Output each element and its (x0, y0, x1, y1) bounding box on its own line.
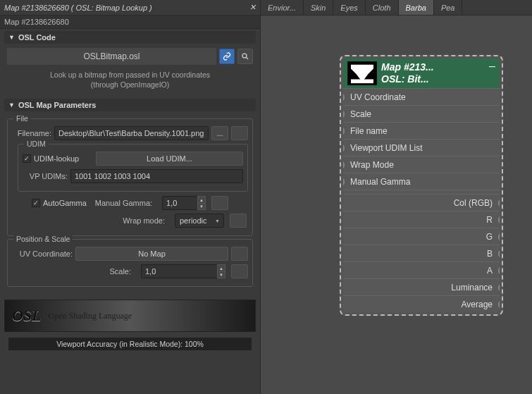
port-label: A (343, 266, 500, 276)
browse-button[interactable]: ... (211, 126, 228, 140)
rollout-title: OSL Map Parameters (18, 101, 96, 109)
viewport-accuracy: Viewport Accuracy (in Realistic Mode): 1… (8, 338, 252, 350)
node-output-port[interactable]: Col (RGB) (343, 194, 500, 211)
autogamma-checkbox[interactable]: ✓ AutoGamma (32, 199, 87, 207)
spin-down-icon[interactable]: ▼ (217, 271, 225, 279)
scale-aux-button[interactable] (231, 264, 248, 278)
manual-gamma-aux-button[interactable] (211, 196, 228, 210)
udim-group: UDIM ✓ UDIM-lookup Load UDIM... VP UDIMs… (18, 144, 248, 192)
search-icon[interactable] (237, 49, 253, 64)
material-editor-canvas[interactable]: Envior...SkinEyesClothBarbaPea Map #213.… (261, 0, 532, 394)
group-title: UDIM (24, 140, 49, 148)
node-output-port[interactable]: B (343, 245, 500, 261)
node-input-port[interactable]: Viewport UDIM List (343, 139, 500, 156)
filename-aux-button[interactable] (231, 126, 248, 140)
spin-up-icon[interactable]: ▲ (197, 196, 206, 203)
material-node[interactable]: Map #213... OSL: Bit... – UV CoordinateS… (340, 55, 503, 316)
node-outputs: Col (RGB)RGBALuminanceAverage (343, 194, 500, 312)
uv-coord-aux-button[interactable] (231, 247, 248, 261)
node-header[interactable]: Map #213... OSL: Bit... – (343, 59, 500, 88)
manual-gamma-spinner[interactable]: ▲▼ (162, 196, 206, 210)
filename-label: Filename: (12, 129, 51, 137)
node-input-port[interactable]: File name (343, 122, 500, 139)
osl-logo: OSL Open Shading Language (4, 300, 256, 332)
link-icon[interactable] (219, 49, 235, 64)
osl-code-rollout: ▼ OSL Code OSLBitmap.osl Look up a bitma… (4, 31, 256, 97)
node-output-port[interactable]: Average (343, 295, 500, 312)
node-output-port[interactable]: R (343, 211, 500, 228)
tab-pea[interactable]: Pea (434, 0, 463, 15)
properties-panel: Map #2138626680 ( OSL: Bitmap Lookup ) ✕… (0, 0, 261, 394)
vp-udims-input[interactable] (70, 169, 243, 183)
node-inputs: UV CoordinateScaleFile nameViewport UDIM… (343, 88, 500, 190)
load-udim-button[interactable]: Load UDIM... (96, 152, 243, 166)
node-input-port[interactable]: Scale (343, 105, 500, 122)
map-name-field[interactable]: Map #2138626680 (0, 16, 260, 29)
osl-params-rollout: ▼ OSL Map Parameters File Filename: ... … (4, 99, 256, 294)
port-label: UV Coordinate (343, 92, 500, 102)
port-label: Manual Gamma (343, 177, 500, 187)
chevron-down-icon: ▼ (8, 101, 15, 109)
wrap-mode-aux-button[interactable] (230, 214, 247, 228)
check-icon: ✓ (23, 154, 31, 163)
tab-envior[interactable]: Envior... (261, 0, 304, 15)
filename-input[interactable] (54, 126, 209, 140)
port-label: R (343, 215, 500, 225)
vp-udims-label: VP UDIMs: (23, 172, 68, 180)
svg-point-0 (242, 54, 247, 58)
port-label: Wrap Mode (343, 160, 500, 170)
tab-eyes[interactable]: Eyes (333, 0, 365, 15)
spin-up-icon[interactable]: ▲ (217, 264, 225, 271)
scale-label: Scale: (109, 267, 131, 276)
udim-lookup-checkbox[interactable]: ✓ UDIM-lookup (23, 154, 93, 163)
uv-coord-label: UV Coordinate: (12, 250, 73, 258)
port-label: File name (343, 126, 500, 136)
wrap-mode-select[interactable]: periodic (175, 214, 224, 228)
file-group: File Filename: ... UDIM ✓ UDIM-lookup Lo… (7, 118, 253, 236)
spin-down-icon[interactable]: ▼ (197, 203, 206, 211)
panel-header: Map #2138626680 ( OSL: Bitmap Lookup ) ✕ (0, 0, 260, 16)
uv-coord-map-button[interactable]: No Map (75, 247, 228, 261)
node-output-port[interactable]: G (343, 228, 500, 245)
tab-skin[interactable]: Skin (304, 0, 333, 15)
port-label: B (343, 249, 500, 259)
port-label: Viewport UDIM List (343, 143, 500, 153)
manual-gamma-label: Manual Gamma: (95, 199, 152, 207)
node-input-port[interactable]: UV Coordinate (343, 88, 500, 105)
tab-barba[interactable]: Barba (399, 0, 434, 15)
tab-cloth[interactable]: Cloth (366, 0, 399, 15)
port-label: Scale (343, 109, 500, 119)
osl-logo-text: OSL (12, 307, 42, 325)
osl-file-button[interactable]: OSLBitmap.osl (7, 48, 216, 65)
node-output-port[interactable]: A (343, 261, 500, 278)
osl-logo-subtext: Open Shading Language (49, 311, 132, 321)
wrap-mode-label: Wrap mode: (123, 216, 165, 225)
port-label: Luminance (343, 283, 500, 293)
node-thumbnail (347, 61, 377, 85)
close-icon[interactable]: ✕ (249, 3, 256, 12)
scale-spinner[interactable]: ▲▼ (141, 264, 225, 278)
tab-bar: Envior...SkinEyesClothBarbaPea (261, 0, 532, 16)
osl-params-rollout-header[interactable]: ▼ OSL Map Parameters (4, 99, 256, 111)
check-icon: ✓ (32, 199, 40, 207)
port-label: G (343, 232, 500, 242)
node-input-port[interactable]: Wrap Mode (343, 156, 500, 173)
port-label: Average (343, 300, 500, 309)
scale-input[interactable] (141, 264, 217, 278)
group-title: File (13, 114, 31, 123)
chevron-down-icon: ▼ (8, 34, 15, 41)
manual-gamma-input[interactable] (162, 196, 197, 210)
position-scale-group: Position & Scale UV Coordinate: No Map S… (7, 239, 253, 287)
panel-title: Map #2138626680 ( OSL: Bitmap Lookup ) (4, 4, 152, 12)
node-output-port[interactable]: Luminance (343, 278, 500, 295)
collapse-icon[interactable]: – (489, 60, 495, 73)
group-title: Position & Scale (13, 235, 73, 243)
node-title: Map #213... OSL: Bit... (381, 61, 495, 85)
node-body: UV CoordinateScaleFile nameViewport UDIM… (343, 88, 500, 312)
osl-description: Look up a bitmap from passed in UV coord… (7, 69, 253, 92)
svg-line-1 (246, 57, 248, 59)
svg-rect-4 (351, 79, 373, 83)
osl-code-rollout-header[interactable]: ▼ OSL Code (4, 31, 256, 44)
port-label: Col (RGB) (343, 198, 500, 208)
node-input-port[interactable]: Manual Gamma (343, 173, 500, 190)
